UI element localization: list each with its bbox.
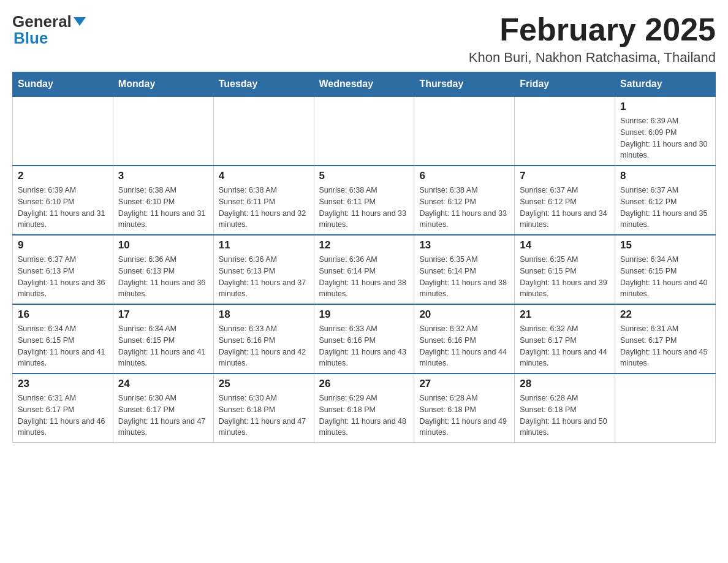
day-info: Sunrise: 6:31 AM Sunset: 6:17 PM Dayligh… [620, 323, 710, 369]
day-number: 7 [520, 170, 610, 182]
day-number: 27 [419, 378, 509, 390]
month-year-title: February 2025 [469, 12, 716, 47]
day-number: 19 [319, 308, 409, 321]
logo-blue-text: Blue [13, 29, 48, 48]
calendar-cell: 14Sunrise: 6:35 AM Sunset: 6:15 PM Dayli… [515, 235, 615, 304]
calendar-cell [615, 373, 716, 443]
day-info: Sunrise: 6:34 AM Sunset: 6:15 PM Dayligh… [118, 323, 208, 369]
day-number: 6 [419, 170, 509, 182]
day-number: 2 [18, 170, 108, 182]
day-number: 24 [118, 378, 208, 390]
day-number: 21 [520, 308, 610, 321]
weekday-header-wednesday: Wednesday [314, 72, 414, 97]
calendar-cell: 16Sunrise: 6:34 AM Sunset: 6:15 PM Dayli… [13, 304, 113, 373]
weekday-header-saturday: Saturday [615, 72, 716, 97]
day-number: 4 [219, 170, 309, 182]
day-number: 20 [419, 308, 509, 321]
title-block: February 2025 Khon Buri, Nakhon Ratchasi… [469, 12, 716, 66]
weekday-header-sunday: Sunday [13, 72, 113, 97]
day-number: 14 [520, 239, 610, 251]
calendar-cell: 12Sunrise: 6:36 AM Sunset: 6:14 PM Dayli… [314, 235, 414, 304]
day-number: 16 [18, 308, 108, 321]
day-number: 25 [219, 378, 309, 390]
day-info: Sunrise: 6:36 AM Sunset: 6:13 PM Dayligh… [219, 254, 309, 300]
day-number: 3 [118, 170, 208, 182]
calendar-cell: 3Sunrise: 6:38 AM Sunset: 6:10 PM Daylig… [113, 166, 213, 235]
day-info: Sunrise: 6:36 AM Sunset: 6:14 PM Dayligh… [319, 254, 409, 300]
calendar-cell: 24Sunrise: 6:30 AM Sunset: 6:17 PM Dayli… [113, 373, 213, 443]
day-info: Sunrise: 6:30 AM Sunset: 6:18 PM Dayligh… [219, 393, 309, 439]
day-info: Sunrise: 6:28 AM Sunset: 6:18 PM Dayligh… [520, 393, 610, 439]
day-number: 26 [319, 378, 409, 390]
day-number: 15 [620, 239, 710, 251]
location-subtitle: Khon Buri, Nakhon Ratchasima, Thailand [469, 50, 716, 66]
calendar-cell: 17Sunrise: 6:34 AM Sunset: 6:15 PM Dayli… [113, 304, 213, 373]
page-header: General Blue February 2025 Khon Buri, Na… [12, 12, 716, 66]
day-info: Sunrise: 6:39 AM Sunset: 6:09 PM Dayligh… [620, 115, 710, 161]
day-number: 1 [620, 101, 710, 113]
day-number: 8 [620, 170, 710, 182]
calendar-table: SundayMondayTuesdayWednesdayThursdayFrid… [12, 72, 716, 443]
day-number: 18 [219, 308, 309, 321]
week-row-1: 1Sunrise: 6:39 AM Sunset: 6:09 PM Daylig… [13, 96, 716, 166]
day-number: 17 [118, 308, 208, 321]
day-info: Sunrise: 6:31 AM Sunset: 6:17 PM Dayligh… [18, 393, 108, 439]
day-info: Sunrise: 6:35 AM Sunset: 6:15 PM Dayligh… [520, 254, 610, 300]
calendar-cell: 13Sunrise: 6:35 AM Sunset: 6:14 PM Dayli… [414, 235, 515, 304]
day-info: Sunrise: 6:37 AM Sunset: 6:13 PM Dayligh… [18, 254, 108, 300]
day-info: Sunrise: 6:34 AM Sunset: 6:15 PM Dayligh… [18, 323, 108, 369]
day-info: Sunrise: 6:32 AM Sunset: 6:17 PM Dayligh… [520, 323, 610, 369]
day-number: 5 [319, 170, 409, 182]
calendar-cell: 8Sunrise: 6:37 AM Sunset: 6:12 PM Daylig… [615, 166, 716, 235]
calendar-cell: 27Sunrise: 6:28 AM Sunset: 6:18 PM Dayli… [414, 373, 515, 443]
calendar-cell: 22Sunrise: 6:31 AM Sunset: 6:17 PM Dayli… [615, 304, 716, 373]
calendar-cell: 4Sunrise: 6:38 AM Sunset: 6:11 PM Daylig… [213, 166, 314, 235]
weekday-header-thursday: Thursday [414, 72, 515, 97]
day-info: Sunrise: 6:35 AM Sunset: 6:14 PM Dayligh… [419, 254, 509, 300]
calendar-cell: 21Sunrise: 6:32 AM Sunset: 6:17 PM Dayli… [515, 304, 615, 373]
calendar-cell: 23Sunrise: 6:31 AM Sunset: 6:17 PM Dayli… [13, 373, 113, 443]
calendar-cell: 10Sunrise: 6:36 AM Sunset: 6:13 PM Dayli… [113, 235, 213, 304]
weekday-header-tuesday: Tuesday [213, 72, 314, 97]
logo: General Blue [12, 12, 86, 48]
calendar-cell [314, 96, 414, 166]
calendar-cell: 6Sunrise: 6:38 AM Sunset: 6:12 PM Daylig… [414, 166, 515, 235]
day-info: Sunrise: 6:32 AM Sunset: 6:16 PM Dayligh… [419, 323, 509, 369]
day-info: Sunrise: 6:29 AM Sunset: 6:18 PM Dayligh… [319, 393, 409, 439]
week-row-5: 23Sunrise: 6:31 AM Sunset: 6:17 PM Dayli… [13, 373, 716, 443]
calendar-cell [113, 96, 213, 166]
day-number: 11 [219, 239, 309, 251]
day-number: 9 [18, 239, 108, 251]
calendar-cell: 26Sunrise: 6:29 AM Sunset: 6:18 PM Dayli… [314, 373, 414, 443]
week-row-4: 16Sunrise: 6:34 AM Sunset: 6:15 PM Dayli… [13, 304, 716, 373]
calendar-cell: 25Sunrise: 6:30 AM Sunset: 6:18 PM Dayli… [213, 373, 314, 443]
calendar-cell: 9Sunrise: 6:37 AM Sunset: 6:13 PM Daylig… [13, 235, 113, 304]
calendar-cell: 28Sunrise: 6:28 AM Sunset: 6:18 PM Dayli… [515, 373, 615, 443]
day-info: Sunrise: 6:33 AM Sunset: 6:16 PM Dayligh… [319, 323, 409, 369]
day-number: 22 [620, 308, 710, 321]
day-info: Sunrise: 6:37 AM Sunset: 6:12 PM Dayligh… [620, 185, 710, 231]
calendar-cell [515, 96, 615, 166]
day-info: Sunrise: 6:30 AM Sunset: 6:17 PM Dayligh… [118, 393, 208, 439]
calendar-cell: 11Sunrise: 6:36 AM Sunset: 6:13 PM Dayli… [213, 235, 314, 304]
calendar-cell: 5Sunrise: 6:38 AM Sunset: 6:11 PM Daylig… [314, 166, 414, 235]
day-info: Sunrise: 6:34 AM Sunset: 6:15 PM Dayligh… [620, 254, 710, 300]
day-info: Sunrise: 6:36 AM Sunset: 6:13 PM Dayligh… [118, 254, 208, 300]
weekday-header-monday: Monday [113, 72, 213, 97]
day-info: Sunrise: 6:38 AM Sunset: 6:10 PM Dayligh… [118, 185, 208, 231]
day-number: 28 [520, 378, 610, 390]
logo-arrow-icon [74, 17, 86, 26]
calendar-cell: 20Sunrise: 6:32 AM Sunset: 6:16 PM Dayli… [414, 304, 515, 373]
day-number: 10 [118, 239, 208, 251]
calendar-cell [414, 96, 515, 166]
calendar-cell [213, 96, 314, 166]
day-number: 23 [18, 378, 108, 390]
day-info: Sunrise: 6:38 AM Sunset: 6:12 PM Dayligh… [419, 185, 509, 231]
calendar-cell [13, 96, 113, 166]
day-info: Sunrise: 6:38 AM Sunset: 6:11 PM Dayligh… [319, 185, 409, 231]
day-info: Sunrise: 6:33 AM Sunset: 6:16 PM Dayligh… [219, 323, 309, 369]
calendar-cell: 2Sunrise: 6:39 AM Sunset: 6:10 PM Daylig… [13, 166, 113, 235]
week-row-3: 9Sunrise: 6:37 AM Sunset: 6:13 PM Daylig… [13, 235, 716, 304]
day-info: Sunrise: 6:39 AM Sunset: 6:10 PM Dayligh… [18, 185, 108, 231]
weekday-header-friday: Friday [515, 72, 615, 97]
